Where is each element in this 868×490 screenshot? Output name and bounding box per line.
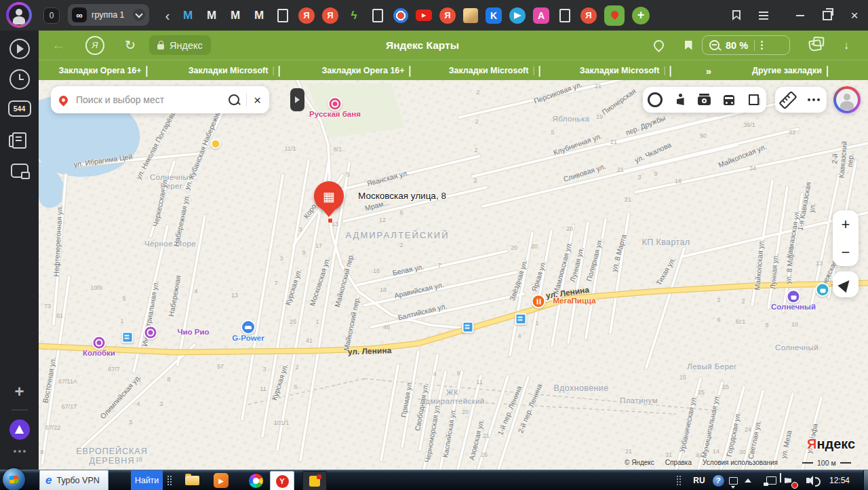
extension-vk-icon[interactable]: K — [486, 7, 502, 24]
clock[interactable]: 12:54 — [825, 470, 854, 490]
extension-opera-icon[interactable] — [393, 8, 408, 23]
reload-icon[interactable]: ↻ — [120, 31, 140, 60]
extension-image-icon[interactable] — [463, 8, 478, 23]
bookmark-folder[interactable]: Закладки Microsoft — [189, 60, 280, 81]
sidebar-screenshot-icon[interactable] — [0, 164, 39, 178]
bus-stop-icon[interactable] — [462, 322, 474, 333]
start-button[interactable] — [3, 468, 25, 490]
show-hidden-icons[interactable] — [742, 470, 754, 490]
extension-sprout-icon[interactable]: ϟ — [346, 7, 362, 24]
extension-yandex-icon[interactable]: Я — [322, 7, 338, 24]
back-icon[interactable]: ← — [48, 31, 68, 60]
map-marker-pin[interactable]: ▦ — [314, 181, 344, 211]
language-indicator[interactable]: RU — [690, 470, 708, 490]
sidebar-add-icon[interactable]: + — [0, 382, 39, 401]
geolocation-pin-icon[interactable] — [649, 31, 668, 60]
taskbar-explorer-icon[interactable] — [183, 472, 201, 489]
bookmarks-overflow-icon[interactable]: » — [706, 60, 711, 81]
taskbar-app-vpn[interactable]: e Турбо VPN — [39, 470, 108, 490]
bookmark-folder[interactable]: Закладки Microsoft — [580, 60, 671, 81]
bookmark-icon[interactable] — [679, 31, 698, 60]
bus-stop-icon[interactable] — [122, 332, 134, 343]
extension-add-icon[interactable]: + — [632, 7, 650, 24]
download-icon[interactable]: ↓ — [843, 31, 850, 61]
show-desktop-button[interactable] — [863, 470, 868, 490]
bookmark-folder[interactable]: Закладки Opera 16+ — [58, 60, 147, 81]
search-icon[interactable] — [229, 94, 239, 105]
search-clear-icon[interactable]: × — [254, 94, 261, 107]
zoom-out-magnifier-icon[interactable] — [709, 40, 719, 50]
network-icon[interactable] — [764, 470, 778, 490]
poi-cafe-icon[interactable] — [92, 336, 106, 350]
poi-label[interactable]: Солнечный — [771, 303, 816, 311]
nav-back-chevron-icon[interactable]: ‹ — [163, 7, 172, 24]
other-bookmarks[interactable]: Другие закладки — [752, 60, 828, 81]
layers-icon[interactable] — [745, 91, 763, 109]
ruler-icon[interactable] — [779, 91, 797, 109]
bookmark-folder[interactable]: Закладки Opera 16+ — [321, 60, 410, 81]
taskbar-browser-icon[interactable] — [247, 472, 264, 489]
extension-avito-icon[interactable]: A — [533, 7, 549, 24]
zoom-out-button[interactable]: − — [833, 245, 859, 260]
sidebar-history-icon[interactable] — [0, 69, 39, 90]
poi-cafe-icon[interactable] — [144, 326, 158, 340]
poi-label[interactable]: МегаПицца — [553, 297, 595, 305]
tags-icon[interactable] — [804, 31, 827, 60]
sidebar-alice-icon[interactable] — [0, 419, 39, 440]
help-icon[interactable]: ? — [711, 470, 726, 490]
taskbar-find-button[interactable]: Найти — [131, 470, 163, 490]
volume-icon[interactable] — [799, 470, 816, 490]
extension-document-icon[interactable] — [559, 9, 570, 22]
extension-map-pin-tile-icon[interactable] — [604, 5, 625, 26]
terms-link[interactable]: Условия использования — [703, 459, 778, 466]
url-pill[interactable]: Яндекс — [149, 35, 211, 55]
extension-youtube-icon[interactable]: ▶ — [416, 10, 432, 21]
minimize-button[interactable] — [787, 0, 814, 31]
extension-m-icon[interactable]: M — [251, 7, 267, 24]
page-zoom-control[interactable]: 80 % — [702, 35, 790, 55]
map-canvas[interactable]: Солнечный БерегЧёрное МореАДМИРАЛТЕЙСКИЙ… — [39, 80, 868, 470]
tab-counter[interactable]: 0 — [43, 7, 60, 24]
tray-window-icon[interactable] — [727, 470, 739, 490]
extension-yandex-icon[interactable]: Я — [439, 7, 456, 24]
extension-yandex-icon[interactable]: Я — [298, 7, 315, 24]
traffic-icon[interactable] — [646, 91, 664, 109]
poi-mall-icon[interactable] — [787, 290, 801, 304]
active-tab-group[interactable]: ∞ группа 1 — [68, 4, 149, 26]
map-search-box[interactable]: × — [51, 86, 269, 113]
sidebar-play-button[interactable] — [0, 39, 39, 59]
geolocation-button[interactable] — [833, 271, 859, 297]
extension-m-icon[interactable]: M — [227, 7, 243, 24]
bookmark-folder[interactable]: Закладки Microsoft — [449, 60, 540, 81]
poi-carservice-icon[interactable] — [241, 320, 256, 335]
panoramas-icon[interactable] — [671, 91, 689, 109]
restore-button[interactable] — [814, 0, 841, 31]
extension-m-blue-icon[interactable]: M — [180, 7, 196, 24]
poi-label[interactable]: Колобки — [83, 349, 115, 357]
poi-yellow-dot-icon[interactable] — [211, 139, 221, 149]
extension-document-icon[interactable] — [372, 9, 383, 22]
extension-document-icon[interactable] — [277, 9, 288, 22]
extension-telegram-icon[interactable] — [509, 7, 526, 24]
menu-icon[interactable] — [750, 0, 777, 31]
poi-market-icon[interactable] — [816, 283, 830, 297]
bus-stop-icon[interactable] — [515, 314, 527, 325]
panel-expander-button[interactable] — [290, 88, 304, 111]
map-profile-avatar[interactable] — [833, 86, 861, 113]
taskbar-yandex-browser-icon[interactable]: Y — [270, 471, 294, 490]
sidebar-more-icon[interactable] — [0, 450, 39, 453]
taskbar-mediaplayer-icon[interactable]: ▶ — [212, 472, 230, 489]
search-input[interactable] — [75, 94, 222, 106]
poi-label[interactable]: G-Power — [232, 334, 264, 342]
poi-label[interactable]: Русская баня — [309, 110, 361, 118]
help-link[interactable]: Справка — [665, 459, 692, 466]
zoom-in-button[interactable]: + — [833, 217, 859, 232]
transport-icon[interactable] — [720, 91, 738, 109]
extension-m-icon[interactable]: M — [203, 7, 220, 24]
more-options-icon[interactable] — [761, 44, 763, 46]
poi-bathhouse-icon[interactable] — [328, 97, 342, 111]
yandex-logo[interactable]: Яндекс — [807, 436, 855, 452]
more-tools-icon[interactable] — [805, 91, 823, 109]
photos-icon[interactable] — [696, 91, 713, 109]
taskbar-app-icon[interactable] — [302, 471, 327, 490]
